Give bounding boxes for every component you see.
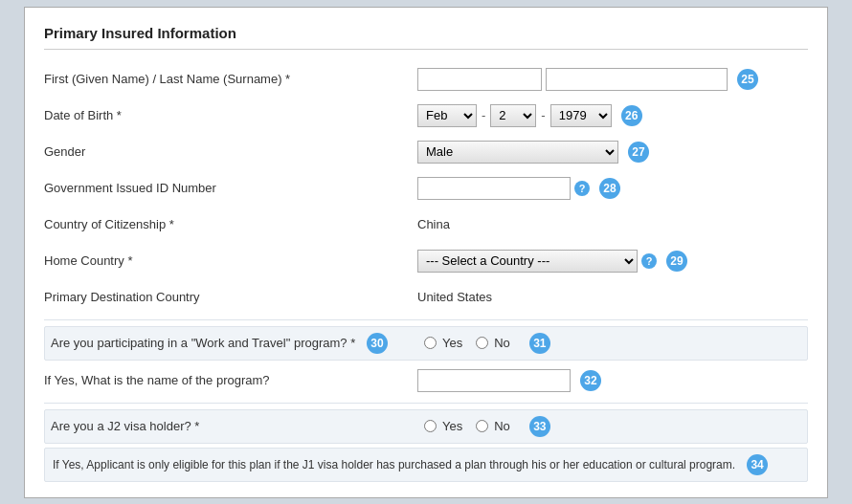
work-travel-label: Are you participating in a "Work and Tra…: [51, 333, 424, 354]
j2-row: Are you a J2 visa holder? * Yes No 33: [44, 409, 808, 444]
home-country-label: Home Country *: [44, 253, 417, 268]
citizenship-row: Country of Citizenship * China: [44, 208, 808, 241]
dob-year-select[interactable]: 1979: [550, 104, 612, 127]
dob-sep-1: -: [482, 108, 485, 122]
work-travel-no-radio[interactable]: [476, 337, 488, 349]
home-country-help-icon[interactable]: ?: [641, 253, 657, 269]
dob-label: Date of Birth *: [44, 108, 417, 122]
dob-fields: Jan Feb Mar Apr May Jun Jul Aug Sep Oct …: [417, 104, 808, 127]
badge-j2: 33: [529, 416, 550, 437]
home-country-row: Home Country * --- Select a Country --- …: [44, 245, 808, 277]
badge-dob: 26: [621, 105, 642, 126]
badge-program-name: 32: [580, 370, 601, 391]
gender-row: Gender Male Female 27: [44, 136, 808, 168]
last-name-input[interactable]: [546, 68, 728, 91]
badge-j1-note: 34: [747, 454, 768, 475]
dob-day-select[interactable]: 2: [490, 104, 536, 127]
name-label: First (Given Name) / Last Name (Surname)…: [44, 72, 417, 86]
j2-radio-group: Yes No 33: [424, 416, 550, 437]
dob-sep-2: -: [541, 108, 545, 122]
badge-gender: 27: [628, 142, 649, 163]
program-name-label: If Yes, What is the name of the program?: [44, 373, 417, 387]
work-travel-yes-radio[interactable]: [424, 337, 437, 349]
home-country-select[interactable]: --- Select a Country ---: [417, 250, 638, 273]
program-name-input[interactable]: [417, 369, 571, 392]
j1-note-text: If Yes, Applicant is only eligible for t…: [53, 458, 735, 471]
gov-id-row: Government Issued ID Number ? 28: [44, 172, 808, 205]
divider-2: [44, 403, 808, 404]
destination-value-col: United States: [417, 290, 808, 304]
badge-radio-yn-1: 31: [529, 333, 550, 354]
name-fields: 25: [417, 68, 808, 91]
work-travel-label-text: Are you participating in a "Work and Tra…: [51, 336, 355, 350]
work-travel-radio-group: Yes No 31: [424, 333, 550, 354]
j1-note-row: If Yes, Applicant is only eligible for t…: [44, 448, 808, 482]
destination-value: United States: [417, 290, 492, 304]
j2-no-radio[interactable]: [476, 420, 488, 432]
work-travel-row: Are you participating in a "Work and Tra…: [44, 326, 808, 361]
gov-id-fields: ? 28: [417, 177, 808, 200]
citizenship-value-col: China: [417, 217, 808, 231]
j2-yes-radio[interactable]: [424, 420, 437, 432]
work-travel-no-label: No: [494, 336, 510, 350]
destination-row: Primary Destination Country United State…: [44, 281, 808, 314]
badge-work-travel: 30: [367, 333, 388, 354]
dob-month-select[interactable]: Jan Feb Mar Apr May Jun Jul Aug Sep Oct …: [417, 104, 477, 127]
home-country-fields: --- Select a Country --- ? 29: [417, 250, 808, 273]
program-name-fields: 32: [417, 369, 808, 392]
gov-id-help-icon[interactable]: ?: [574, 181, 590, 196]
work-travel-yes-label: Yes: [442, 336, 462, 350]
name-row: First (Given Name) / Last Name (Surname)…: [44, 63, 808, 96]
j2-label: Are you a J2 visa holder? *: [51, 419, 424, 433]
gov-id-label: Government Issued ID Number: [44, 181, 417, 195]
work-travel-fields: Yes No 31: [424, 333, 801, 354]
gender-fields: Male Female 27: [417, 141, 808, 164]
section-title: Primary Insured Information: [44, 25, 808, 50]
badge-name: 25: [737, 69, 758, 90]
gov-id-input[interactable]: [417, 177, 571, 200]
first-name-input[interactable]: [417, 68, 542, 91]
gender-select[interactable]: Male Female: [417, 141, 618, 164]
j2-fields: Yes No 33: [424, 416, 801, 437]
j2-no-label: No: [494, 419, 510, 433]
divider-1: [44, 319, 808, 320]
j2-yes-label: Yes: [442, 419, 462, 433]
badge-gov-id: 28: [599, 178, 620, 199]
form-container: Primary Insured Information First (Given…: [24, 7, 828, 498]
program-name-row: If Yes, What is the name of the program?…: [44, 364, 808, 397]
destination-label: Primary Destination Country: [44, 290, 417, 304]
citizenship-label: Country of Citizenship *: [44, 217, 417, 231]
citizenship-value: China: [417, 217, 450, 231]
dob-row: Date of Birth * Jan Feb Mar Apr May Jun …: [44, 99, 808, 132]
gender-label: Gender: [44, 144, 417, 159]
badge-home-country: 29: [666, 251, 687, 272]
